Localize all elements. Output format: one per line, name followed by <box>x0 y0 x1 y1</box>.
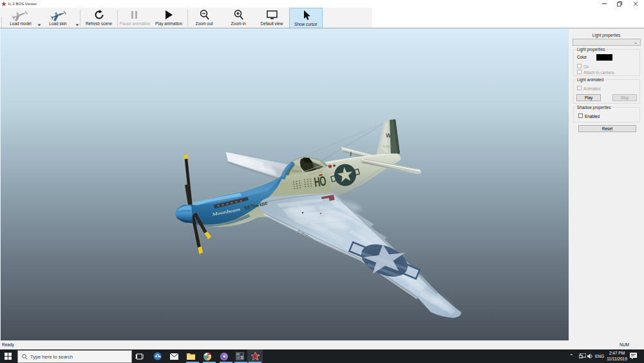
svg-text:W: W <box>386 132 392 139</box>
